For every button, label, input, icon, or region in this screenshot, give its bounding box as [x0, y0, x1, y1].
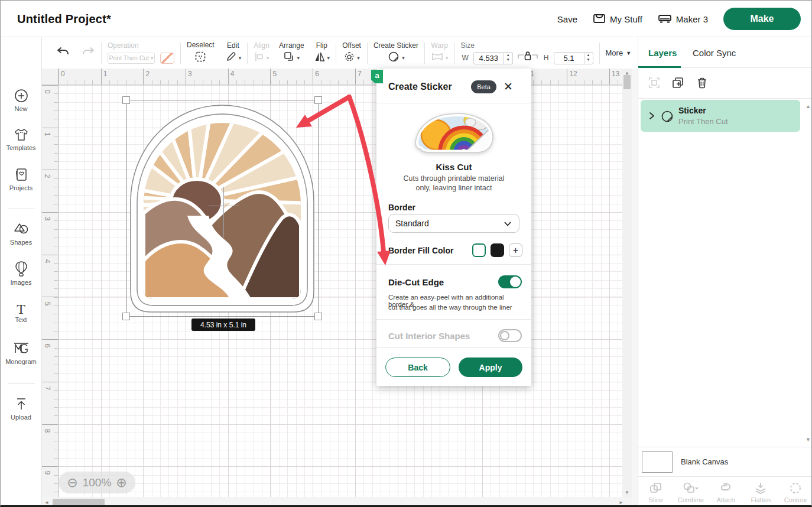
- flip-icon: [314, 51, 326, 65]
- my-stuff-button[interactable]: My Stuff: [593, 12, 642, 26]
- sidebar-item-upload[interactable]: Upload: [1, 396, 41, 421]
- flatten-button: Flatten: [743, 477, 778, 507]
- arrange-button[interactable]: Arrange ▾: [279, 41, 304, 64]
- ruler-number: 5: [43, 300, 51, 308]
- sidebar-item-monogram[interactable]: Monogram: [1, 341, 41, 365]
- vertical-scrollbar[interactable]: ▲ ▼: [622, 69, 632, 497]
- edit-toolbar: Operation Print Then Cut ▾ Deselect Edit…: [42, 37, 638, 69]
- offset-button[interactable]: Offset ▾: [342, 41, 361, 64]
- offset-label: Offset: [342, 41, 361, 50]
- slice-icon: [649, 481, 663, 495]
- scroll-left-icon[interactable]: ◄: [44, 500, 49, 505]
- warp-label: Warp: [431, 41, 448, 50]
- flip-button[interactable]: Flip ▾: [314, 41, 330, 64]
- expand-chevron-icon[interactable]: [648, 111, 656, 121]
- width-label: W: [462, 54, 469, 62]
- blank-canvas-label: Blank Canvas: [681, 457, 728, 466]
- sidebar-item-text[interactable]: T Text: [1, 302, 41, 323]
- ruler-number: 7: [43, 384, 51, 392]
- sidebar-item-shapes[interactable]: Shapes: [1, 222, 41, 246]
- height-stepper[interactable]: ▲▼: [584, 52, 593, 64]
- deselect-button[interactable]: Deselect: [187, 41, 215, 65]
- width-value[interactable]: 4.533: [473, 52, 504, 64]
- attach-label: Attach: [716, 496, 735, 503]
- undo-icon[interactable]: [56, 46, 70, 61]
- horizontal-scrollbar[interactable]: ◄ ►: [42, 497, 632, 507]
- more-button[interactable]: More ▼: [606, 48, 632, 57]
- ruler-number: 4: [43, 257, 51, 265]
- attach-button: Attach: [708, 477, 743, 507]
- layers-panel: Layers Color Sync Sticker Print Then Cut…: [638, 37, 812, 507]
- ruler-number: 7: [358, 70, 362, 78]
- zoom-out-icon[interactable]: ⊖: [67, 476, 77, 489]
- sidebar-label: Monogram: [1, 358, 41, 365]
- save-button[interactable]: Save: [557, 14, 577, 24]
- sidebar-item-templates[interactable]: Templates: [1, 127, 41, 151]
- sidebar-item-new[interactable]: New: [1, 88, 41, 112]
- height-input[interactable]: 5.1 ▲▼: [554, 52, 593, 64]
- redo-icon[interactable]: [81, 46, 95, 61]
- edit-button[interactable]: Edit ▾: [225, 41, 242, 64]
- size-group: Size W 4.533 ▲▼ H 5.1 ▲▼: [461, 41, 593, 64]
- close-icon[interactable]: ✕: [504, 80, 513, 93]
- contour-icon: [788, 481, 803, 495]
- sticker-layer-icon: [660, 109, 675, 124]
- sidebar-label: New: [1, 105, 41, 112]
- scroll-right-icon[interactable]: ►: [619, 500, 623, 505]
- create-sticker-button[interactable]: Create Sticker ▾: [373, 41, 418, 64]
- panel-scroll-up-icon[interactable]: ▲: [805, 103, 811, 109]
- offset-icon: [343, 51, 355, 65]
- width-stepper[interactable]: ▲▼: [504, 52, 513, 64]
- popup-divider: [376, 347, 531, 348]
- apply-button[interactable]: Apply: [459, 358, 522, 377]
- zoom-control: ⊖ 100% ⊕: [59, 472, 135, 493]
- width-input[interactable]: 4.533 ▲▼: [473, 52, 513, 64]
- slice-label: Slice: [649, 496, 663, 503]
- panel-scroll-down-icon[interactable]: ▼: [805, 437, 811, 443]
- operation-color-swatch[interactable]: [160, 53, 174, 64]
- border-dropdown[interactable]: Standard: [388, 214, 519, 233]
- sidebar-item-images[interactable]: Images: [1, 261, 41, 286]
- operation-dropdown[interactable]: Print Then Cut ▾: [108, 53, 155, 64]
- duplicate-icon[interactable]: [671, 76, 684, 89]
- add-color-button[interactable]: +: [509, 243, 522, 257]
- height-value[interactable]: 5.1: [554, 52, 584, 64]
- panel-tabs: Layers Color Sync: [638, 37, 812, 68]
- tab-layers[interactable]: Layers: [648, 48, 677, 58]
- popup-title: Create Sticker: [388, 82, 452, 92]
- sidebar-item-projects[interactable]: Projects: [1, 167, 41, 191]
- cut-interior-label: Cut Interior Shapes: [388, 331, 470, 341]
- new-icon: [1, 88, 41, 103]
- trash-icon[interactable]: [696, 76, 709, 89]
- fill-swatch-black[interactable]: [491, 243, 504, 257]
- horizontal-scroll-thumb[interactable]: [53, 499, 105, 506]
- lock-icon[interactable]: [516, 50, 540, 66]
- create-sticker-popup: Create Sticker Beta ✕: [376, 69, 531, 386]
- vertical-scroll-thumb[interactable]: [623, 75, 631, 89]
- tab-color-sync[interactable]: Color Sync: [693, 48, 736, 58]
- canvas-color-swatch[interactable]: [642, 451, 673, 473]
- sidebar-label: Templates: [1, 144, 41, 151]
- zoom-in-icon[interactable]: ⊕: [116, 476, 126, 489]
- back-button[interactable]: Back: [385, 358, 450, 377]
- machine-button[interactable]: Maker 3: [658, 12, 708, 26]
- ruler-number: 0: [61, 70, 65, 78]
- layer-row-sticker[interactable]: Sticker Print Then Cut: [641, 100, 800, 132]
- kiss-cut-desc: only, leaving liner intact: [376, 184, 531, 192]
- save-label: Save: [557, 14, 577, 24]
- popup-divider: [376, 103, 531, 103]
- make-button[interactable]: Make: [723, 8, 801, 30]
- blank-canvas-row[interactable]: Blank Canvas: [638, 447, 812, 476]
- die-cut-desc: cut that goes all the way through the li…: [388, 304, 521, 311]
- fill-swatch-white[interactable]: [472, 243, 486, 257]
- design-canvas[interactable]: 012345678910111213 0123456789: [42, 69, 638, 507]
- sticker-icon: [387, 50, 400, 66]
- caret-down-icon: ▾: [267, 55, 269, 61]
- zoom-level: 100%: [83, 476, 112, 489]
- sticker-artwork[interactable]: [126, 100, 319, 317]
- die-cut-edge-toggle[interactable]: [498, 275, 522, 288]
- kiss-cut-illustration: [410, 108, 498, 162]
- ruler-number: 6: [315, 70, 319, 78]
- scroll-down-icon[interactable]: ▼: [625, 490, 629, 495]
- cut-interior-toggle[interactable]: [498, 329, 522, 342]
